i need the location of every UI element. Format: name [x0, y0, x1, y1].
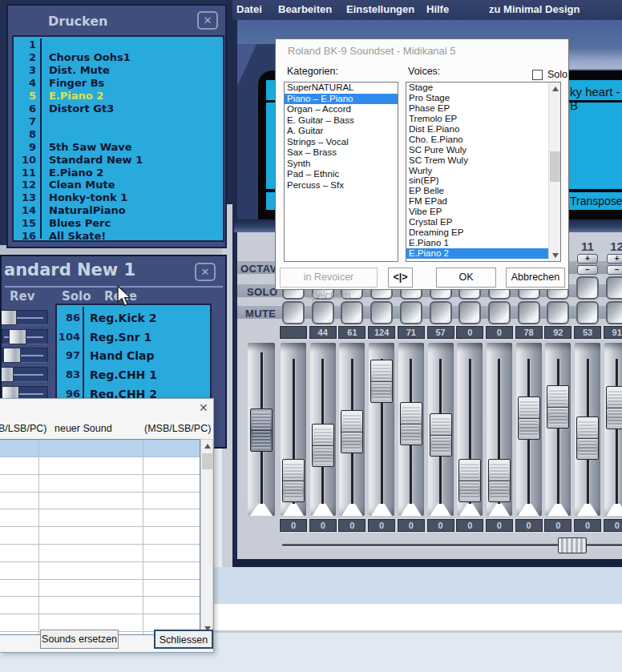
voice-item[interactable]: Dreaming EP [406, 227, 548, 238]
table-row[interactable] [0, 492, 200, 509]
solo-checkbox[interactable] [532, 70, 543, 80]
table-row[interactable] [0, 527, 200, 545]
reverb-slider-knob[interactable] [0, 367, 14, 382]
menu-item-bearbeiten[interactable]: Bearbeiten [278, 3, 332, 15]
table-scrollbar[interactable] [200, 439, 213, 635]
mute-button[interactable] [547, 301, 569, 324]
voice-item[interactable]: E.Piano 2 [406, 248, 548, 259]
solo-button[interactable] [576, 276, 599, 300]
mute-button[interactable] [282, 301, 305, 324]
solo-column-header[interactable]: Solo [62, 289, 91, 304]
channel-fader-knob[interactable] [341, 410, 363, 453]
swap-button[interactable]: <|> [388, 268, 413, 288]
octave-minus-button[interactable]: − [577, 265, 598, 275]
table-row[interactable] [0, 545, 200, 562]
menu-item-datei[interactable]: Datei [236, 3, 262, 15]
table-row[interactable] [0, 579, 200, 597]
voice-item[interactable]: sin(EP) [406, 175, 548, 186]
scrollbar-thumb[interactable] [202, 453, 212, 469]
kategorie-item[interactable]: Percuss – Sfx [285, 180, 398, 191]
channel-bottom-value-box[interactable]: 0 [280, 519, 307, 532]
cancel-button[interactable]: Abbrechen [506, 268, 565, 288]
voice-item[interactable]: Dist E.Piano [406, 124, 548, 135]
kategorie-item[interactable]: Strings – Vocal [285, 137, 398, 148]
table-row[interactable] [0, 597, 200, 614]
mute-button[interactable] [606, 301, 622, 324]
menu-item-einstellungen[interactable]: Einstellungen [346, 3, 414, 15]
channel-fader-knob[interactable] [282, 459, 305, 502]
voices-scrollbar[interactable] [548, 82, 560, 261]
channel-value-box[interactable]: 61 [338, 326, 366, 339]
menu-item-zu-minimal-design[interactable]: zu Minimal Design [489, 3, 580, 15]
scroll-down-icon[interactable] [549, 249, 561, 261]
channel-fader-knob[interactable] [458, 459, 481, 502]
drucken-list-item[interactable]: 11E.Piano 2 [14, 167, 223, 179]
channel-value-box[interactable]: 78 [515, 326, 543, 339]
table-row[interactable] [0, 509, 200, 527]
kategorie-item[interactable]: Organ – Accord [285, 104, 398, 115]
kategorie-item[interactable]: Pad – Ethnic [285, 169, 398, 180]
voice-item[interactable]: SC Trem Wuly [406, 155, 548, 166]
octave-minus-button[interactable]: − [607, 265, 622, 275]
channel-bottom-value-box[interactable]: 0 [456, 519, 483, 532]
channel-bottom-value-box[interactable]: 0 [604, 519, 622, 532]
drum-list-item[interactable]: 97Hand Clap [57, 346, 210, 365]
channel-bottom-value-box[interactable]: 0 [427, 519, 454, 532]
channel-bottom-value-box[interactable]: 0 [398, 519, 425, 532]
channel-value-box[interactable]: 53 [574, 326, 601, 339]
channel-fader-knob[interactable] [312, 424, 334, 467]
kategorie-item[interactable]: Piano – E.Piano [285, 94, 398, 105]
voice-item[interactable]: Cho. E.Piano [406, 135, 548, 145]
reverb-slider-knob[interactable] [0, 310, 17, 325]
reverb-slider[interactable] [2, 310, 48, 325]
drucken-list-item[interactable]: 8 [14, 128, 223, 141]
drucken-list-item[interactable]: 5E.Piano 2 [14, 90, 223, 103]
voice-item[interactable]: Wurly [406, 166, 548, 176]
close-icon[interactable]: ✕ [197, 11, 218, 30]
channel-fader-knob[interactable] [430, 413, 452, 457]
channel-bottom-value-box[interactable]: 0 [486, 519, 513, 532]
reverb-slider[interactable] [2, 367, 48, 382]
solo-button[interactable] [606, 276, 622, 300]
channel-fader-knob[interactable] [547, 385, 569, 429]
reverb-slider[interactable] [2, 329, 48, 344]
kategorie-item[interactable]: A. Guitar [285, 126, 398, 137]
voice-item[interactable]: EP Belle [406, 186, 548, 196]
ok-button[interactable]: OK [436, 268, 496, 288]
voice-item[interactable]: FM EPad [406, 196, 548, 207]
drucken-list-item[interactable]: 10Standard New 1 [14, 154, 223, 167]
reverb-slider-knob[interactable] [3, 348, 21, 363]
channel-value-box[interactable]: 92 [544, 326, 572, 339]
drum-list-item[interactable]: 86Reg.Kick 2 [57, 308, 210, 328]
reverb-slider-knob[interactable] [9, 329, 26, 344]
channel-value-box[interactable]: 57 [427, 326, 454, 339]
horizontal-slider-handle[interactable] [558, 537, 587, 553]
reverb-slider[interactable] [2, 348, 48, 363]
drucken-list-item[interactable]: 3Dist. Mute [14, 64, 223, 77]
close-icon[interactable]: ✕ [199, 401, 208, 414]
drucken-list-item[interactable]: 16All Skate! [14, 230, 223, 242]
kategorie-item[interactable]: SuperNATURAL [285, 82, 398, 94]
kategorie-item[interactable]: Sax – Brass [285, 147, 398, 159]
drucken-list-item[interactable]: 7 [14, 115, 223, 128]
voice-item[interactable]: E.Piano 1 [406, 238, 548, 248]
scroll-up-icon[interactable] [201, 440, 213, 452]
channel-bottom-value-box[interactable]: 0 [544, 519, 572, 532]
table-row[interactable] [0, 562, 200, 580]
channel-value-box[interactable]: 71 [398, 326, 425, 339]
kategorie-item[interactable]: E. Guitar – Bass [285, 115, 398, 127]
mute-button[interactable] [488, 301, 511, 324]
drucken-list-item[interactable]: 14NaturalPiano [14, 204, 223, 217]
drucken-list-item[interactable]: 2Chorus Oohs1 [14, 51, 223, 64]
voices-list[interactable]: StagePro StagePhase EPTremolo EPDist E.P… [406, 82, 561, 262]
scroll-up-icon[interactable] [549, 82, 561, 95]
replace-sounds-button[interactable]: Sounds ersetzen [40, 630, 119, 649]
channel-bottom-value-box[interactable]: 0 [368, 519, 395, 532]
kategorien-list[interactable]: SuperNATURALPiano – E.PianoOrgan – Accor… [284, 82, 398, 262]
voice-item[interactable]: Phase EP [406, 103, 548, 114]
sound-mapping-table[interactable] [0, 439, 200, 635]
voice-item[interactable]: Pro Stage [406, 93, 548, 103]
channel-bottom-value-box[interactable]: 0 [574, 519, 601, 532]
drucken-list-item[interactable]: 95th Saw Wave [14, 141, 223, 154]
mute-button[interactable] [458, 301, 481, 324]
